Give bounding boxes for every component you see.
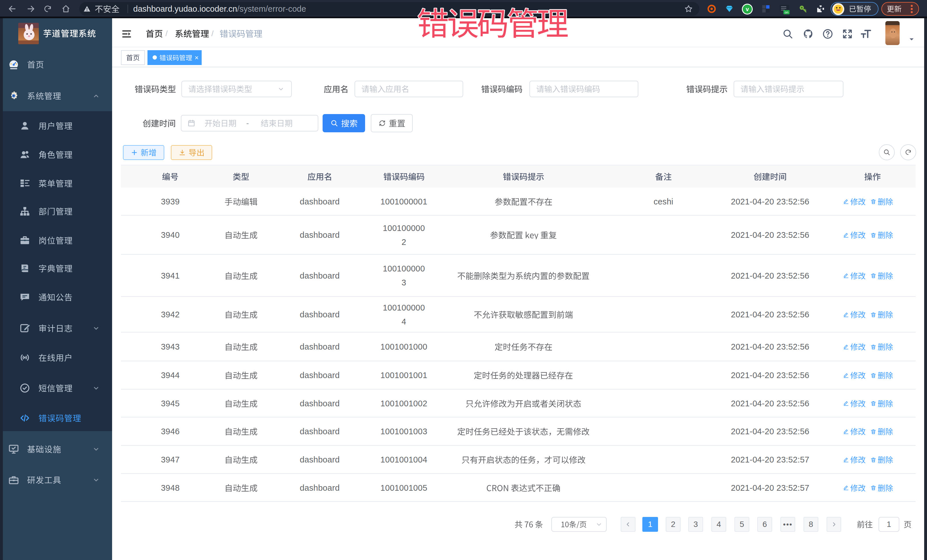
svg-text:on: on	[785, 10, 789, 14]
